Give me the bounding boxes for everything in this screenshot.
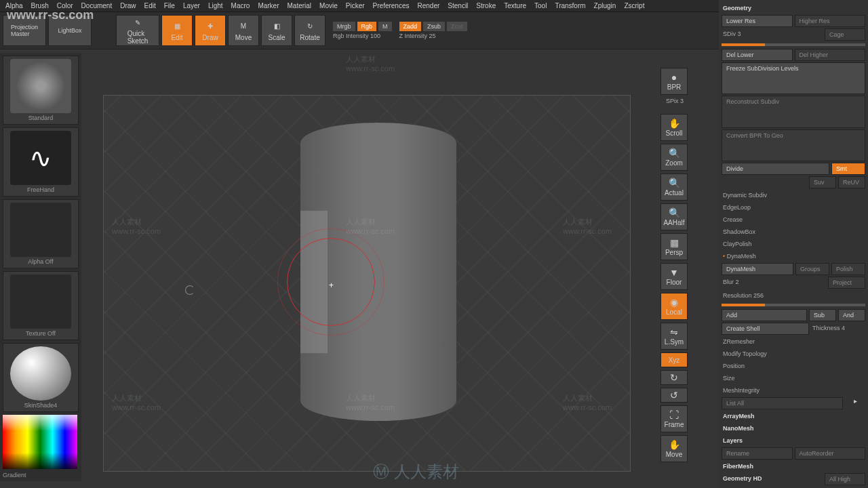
position-header[interactable]: Position — [722, 361, 865, 371]
menu-stroke[interactable]: Stroke — [476, 2, 496, 9]
menu-picker[interactable]: Picker — [346, 2, 365, 9]
resolution-slider[interactable]: Resolution 256 — [722, 290, 865, 301]
menu-render[interactable]: Render — [418, 2, 440, 9]
crease-header[interactable]: Crease — [722, 214, 865, 225]
add-button[interactable]: Add — [722, 309, 807, 321]
zcut-button[interactable]: Zcut — [447, 22, 467, 31]
geometry-header[interactable]: Geometry — [722, 3, 865, 14]
color-picker[interactable] — [3, 415, 77, 469]
rgb-button[interactable]: Rgb — [357, 22, 377, 31]
polish-button[interactable]: Polish — [831, 263, 865, 275]
zsub-button[interactable]: Zsub — [423, 22, 445, 31]
zoom-button[interactable]: 🔍Zoom — [660, 144, 688, 171]
scale-button[interactable]: ◧Scale — [261, 15, 292, 46]
arraymesh-header[interactable]: ArrayMesh — [722, 411, 865, 422]
menu-zscript[interactable]: Zscript — [624, 2, 644, 9]
dynamic-subdiv-header[interactable]: Dynamic Subdiv — [722, 190, 865, 201]
layers-header[interactable]: Layers — [722, 435, 865, 446]
menu-draw[interactable]: Draw — [120, 2, 136, 9]
persp-button[interactable]: ▦Persp — [660, 233, 688, 260]
menu-preferences[interactable]: Preferences — [373, 2, 410, 9]
texture-selector[interactable]: Texture Off — [3, 271, 79, 340]
rot-icon-button[interactable]: ↻ — [660, 370, 688, 385]
menu-texture[interactable]: Texture — [504, 2, 526, 9]
spix-label[interactable]: SPix 3 — [660, 98, 689, 104]
draw-button[interactable]: ✚Draw — [195, 15, 226, 46]
move-button[interactable]: MMove — [228, 15, 259, 46]
lower-res-button[interactable]: Lower Res — [722, 15, 793, 27]
menu-layer[interactable]: Layer — [183, 2, 200, 9]
rotate-button[interactable]: ↻Rotate — [294, 15, 326, 46]
higher-res-button[interactable]: Higher Res — [795, 15, 866, 27]
floor-button[interactable]: ▼Floor — [660, 263, 688, 290]
cage-button[interactable]: Cage — [825, 28, 865, 41]
alpha-selector[interactable]: Alpha Off — [3, 199, 79, 268]
actual-button[interactable]: 🔍Actual — [660, 174, 688, 201]
and-button[interactable]: And — [838, 309, 865, 321]
meshintegrity-header[interactable]: MeshIntegrity — [722, 385, 865, 396]
sdiv-slider-bar[interactable] — [722, 43, 865, 46]
gradient-label[interactable]: Gradient — [3, 472, 79, 479]
autoreorder-button[interactable]: AutoReorder — [795, 447, 866, 460]
blur-slider[interactable]: Blur 2 — [722, 277, 826, 289]
menu-color[interactable]: Color — [57, 2, 73, 9]
material-selector[interactable]: SkinShade4 — [3, 343, 79, 412]
edgeloop-header[interactable]: EdgeLoop — [722, 202, 865, 213]
geometry-hd-header[interactable]: Geometry HD — [722, 473, 823, 485]
move-hand-button[interactable]: ✋Move — [660, 435, 688, 462]
quick-sketch-button[interactable]: ✎Quick Sketch — [116, 15, 159, 46]
xyz-button[interactable]: Xyz — [660, 352, 688, 367]
m-button[interactable]: M — [378, 22, 392, 31]
arrow-icon[interactable]: ▸ — [845, 397, 865, 409]
shadowbox-header[interactable]: ShadowBox — [722, 226, 865, 237]
fibermesh-header[interactable]: FiberMesh — [722, 461, 865, 472]
sdiv-slider[interactable]: SDiv 3 — [722, 28, 823, 41]
menu-macro[interactable]: Macro — [231, 2, 250, 9]
list-all-button[interactable]: List All — [722, 397, 843, 409]
aahalf-button[interactable]: 🔍AAHalf — [660, 203, 688, 230]
scroll-button[interactable]: ✋Scroll — [660, 114, 688, 141]
z-intensity-slider[interactable]: Z Intensity 25 — [399, 33, 467, 39]
menu-alpha[interactable]: Alpha — [5, 2, 23, 9]
menu-tool[interactable]: Tool — [534, 2, 547, 9]
menu-transform[interactable]: Transform — [555, 2, 585, 9]
rename-button[interactable]: Rename — [722, 447, 793, 460]
lsym-button[interactable]: ⇋L.Sym — [660, 323, 688, 350]
lightbox-button[interactable]: LightBox — [48, 15, 92, 46]
resolution-slider-bar[interactable] — [722, 304, 865, 306]
del-higher-button[interactable]: Del Higher — [795, 49, 866, 61]
local-button[interactable]: ◉Local — [660, 293, 688, 320]
size-header[interactable]: Size — [722, 373, 865, 384]
modify-topology-header[interactable]: Modify Topology — [722, 348, 865, 359]
del-lower-button[interactable]: Del Lower — [722, 49, 793, 61]
zremesher-header[interactable]: ZRemesher — [722, 336, 865, 347]
menu-brush[interactable]: Brush — [31, 2, 49, 9]
bpr-button[interactable]: ●BPR — [660, 68, 688, 95]
nanomesh-header[interactable]: NanoMesh — [722, 423, 865, 434]
create-shell-button[interactable]: Create Shell — [722, 323, 809, 335]
menu-edit[interactable]: Edit — [144, 2, 156, 9]
frame-button[interactable]: ⛶Frame — [660, 405, 688, 432]
menu-zplugin[interactable]: Zplugin — [594, 2, 616, 9]
menu-document[interactable]: Document — [81, 2, 113, 9]
projection-master-button[interactable]: Projection Master — [3, 15, 46, 46]
reuv-button[interactable]: ReUV — [838, 176, 865, 188]
dynamesh-header[interactable]: DynaMesh — [722, 251, 865, 262]
claypolish-header[interactable]: ClayPolish — [722, 239, 865, 249]
menu-marker[interactable]: Marker — [258, 2, 279, 9]
menu-movie[interactable]: Movie — [319, 2, 338, 9]
menu-material[interactable]: Material — [288, 2, 312, 9]
smt-button[interactable]: Smt — [831, 163, 865, 175]
menu-light[interactable]: Light — [208, 2, 223, 9]
brush-selector[interactable]: Standard — [3, 56, 79, 125]
sub-button[interactable]: Sub — [809, 309, 836, 321]
rot2-icon-button[interactable]: ↺ — [660, 388, 688, 403]
menu-file[interactable]: File — [164, 2, 175, 9]
mrgb-button[interactable]: Mrgb — [333, 22, 355, 31]
edit-button[interactable]: ▦Edit — [161, 15, 193, 46]
suv-button[interactable]: Suv — [809, 176, 836, 188]
thickness-slider[interactable]: Thickness 4 — [811, 323, 865, 335]
project-button[interactable]: Project — [828, 277, 865, 289]
reconstruct-button[interactable]: Reconstruct Subdiv — [722, 96, 865, 127]
divide-button[interactable]: Divide — [722, 163, 829, 175]
